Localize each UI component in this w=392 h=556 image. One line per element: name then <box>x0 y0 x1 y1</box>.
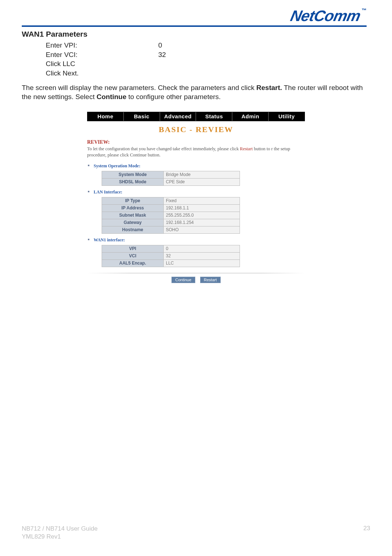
body-paragraph: The screen will display the new paramete… <box>22 83 370 102</box>
param-steps: Enter VPI: 0 Enter VCI: 32 Click LLC Cli… <box>46 41 370 78</box>
tab-advanced[interactable]: Advanced <box>160 112 196 121</box>
table-wan1-interface: VPI0 VCI32 AAL5 Encap.LLC <box>102 245 240 267</box>
brand-logo: NetComm™ <box>22 7 370 27</box>
body-text-part: to configure other parameters. <box>126 93 221 101</box>
bullet-lan-interface: LAN Interface: <box>94 189 305 195</box>
body-text-part: The screen will display the new paramete… <box>22 84 256 91</box>
review-text: To let the configuration that you have c… <box>87 146 305 158</box>
param-label: Enter VPI: <box>46 41 158 50</box>
cell-value: 255.255.255.0 <box>164 212 240 219</box>
param-row: Enter VCI: 32 <box>46 50 370 60</box>
footer-page-number: 23 <box>363 525 370 541</box>
cell-key: Subnet Mask <box>102 212 164 219</box>
param-row: Click Next. <box>46 69 370 78</box>
brand-underline <box>22 25 367 27</box>
param-value: 0 <box>158 41 162 50</box>
table-row: HostnameSOHO <box>102 226 240 233</box>
footer-rev: YML829 Rev1 <box>22 533 98 541</box>
trademark-icon: ™ <box>362 7 367 13</box>
footer-guide: NB712 / NB714 User Guide <box>22 525 98 533</box>
cell-value: CPE Side <box>164 178 240 185</box>
table-row: IP TypeFixed <box>102 197 240 204</box>
cell-key: IP Type <box>102 197 164 204</box>
tab-home[interactable]: Home <box>87 112 124 121</box>
continue-button[interactable]: Continue <box>171 277 195 283</box>
table-lan-interface: IP TypeFixed IP Address192.168.1.1 Subne… <box>102 197 240 234</box>
panel-title: BASIC - REVIEW <box>87 125 305 134</box>
router-review-panel: Home Basic Advanced Status Admin Utility… <box>87 112 305 283</box>
param-value: 32 <box>158 50 166 60</box>
cell-value: 192.168.1.254 <box>164 219 240 226</box>
cell-key: AAL5 Encap. <box>102 259 164 267</box>
cell-value: Fixed <box>164 197 240 204</box>
restart-button[interactable]: Restart <box>200 277 221 283</box>
cell-value: 32 <box>164 252 240 259</box>
param-label: Enter VCI: <box>46 50 158 60</box>
page-footer: NB712 / NB714 User Guide YML829 Rev1 23 <box>22 525 370 541</box>
brand-name: NetComm <box>289 7 362 25</box>
section-heading: WAN1 Parameters <box>22 30 370 38</box>
cell-key: VCI <box>102 252 164 259</box>
cell-key: System Mode <box>102 171 164 178</box>
cell-value: SOHO <box>164 226 240 233</box>
table-row: VCI32 <box>102 252 240 259</box>
cell-key: IP Address <box>102 204 164 212</box>
cell-key: SHDSL Mode <box>102 178 164 185</box>
tab-admin[interactable]: Admin <box>232 112 269 121</box>
tab-bar: Home Basic Advanced Status Admin Utility <box>87 112 305 121</box>
table-row: System ModeBridge Mode <box>102 171 240 178</box>
cell-value: Bridge Mode <box>164 171 240 178</box>
divider <box>87 273 305 273</box>
param-row: Click LLC <box>46 59 370 69</box>
tab-basic[interactable]: Basic <box>124 112 160 121</box>
table-row: VPI0 <box>102 245 240 252</box>
button-row: Continue Restart <box>87 276 305 283</box>
body-text-bold: Restart. <box>256 84 282 91</box>
body-text-bold: Continue <box>97 93 126 101</box>
cell-value: 192.168.1.1 <box>164 204 240 212</box>
bullet-system-operation-mode: System Operation Mode: <box>94 163 305 169</box>
cell-value: 0 <box>164 245 240 252</box>
tab-status[interactable]: Status <box>196 112 232 121</box>
bullet-wan1-interface: WAN1 interface: <box>94 237 305 243</box>
cell-key: Hostname <box>102 226 164 233</box>
table-row: Subnet Mask255.255.255.0 <box>102 212 240 219</box>
table-row: Gateway192.168.1.254 <box>102 219 240 226</box>
cell-key: Gateway <box>102 219 164 226</box>
param-row: Enter VPI: 0 <box>46 41 370 50</box>
param-label: Click LLC <box>46 59 158 69</box>
table-row: SHDSL ModeCPE Side <box>102 178 240 185</box>
review-heading: REVIEW: <box>87 139 305 145</box>
table-system-operation-mode: System ModeBridge Mode SHDSL ModeCPE Sid… <box>102 171 240 186</box>
table-row: AAL5 Encap.LLC <box>102 259 240 267</box>
cell-value: LLC <box>164 259 240 267</box>
cell-key: VPI <box>102 245 164 252</box>
review-text-restart: Restart <box>240 146 253 151</box>
tab-utility[interactable]: Utility <box>269 112 305 121</box>
table-row: IP Address192.168.1.1 <box>102 204 240 212</box>
review-text-part: To let the configuration that you have c… <box>87 146 240 151</box>
param-label: Click Next. <box>46 69 158 78</box>
